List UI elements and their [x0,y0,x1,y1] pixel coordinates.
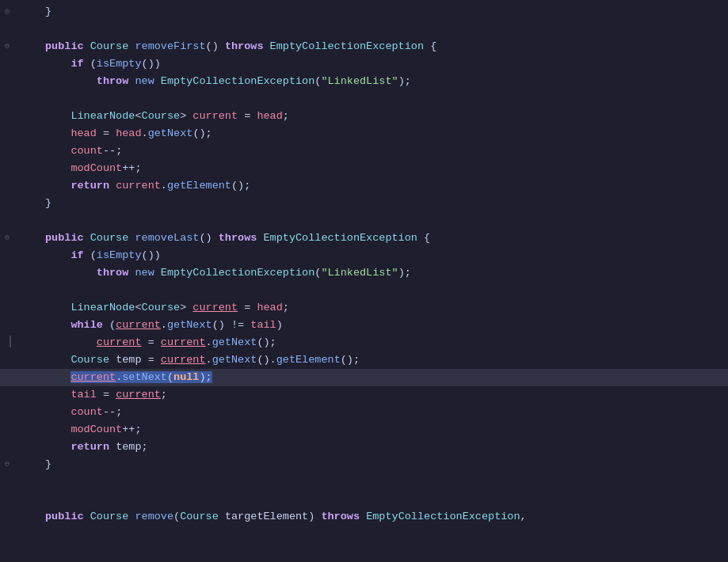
code-line: head = head.getNext(); [0,125,728,142]
code-editor: ◎ } ⊖ public Course removeFirst() throws… [0,0,728,562]
fold-icon[interactable]: | [5,337,16,348]
code-line [0,282,728,299]
fold-icon[interactable]: ⊖ [2,233,13,244]
code-line: LinearNode<Course> current = head; [0,108,728,125]
code-line: return current.getElement(); [0,177,728,195]
code-line: Course temp = current.getNext().getEleme… [0,351,728,369]
code-line: return temp; [0,439,728,456]
line-content: current.setNext(null); [36,369,712,386]
line-content: LinearNode<Course> current = head; [36,299,712,317]
code-line: ◎ } [0,3,728,21]
line-content: head = head.getNext(); [36,125,712,142]
line-content: modCount++; [36,421,712,439]
code-line: ⊖ public Course removeLast() throws Empt… [0,230,728,247]
line-content [36,491,712,508]
code-line: tail = current; [0,386,728,404]
code-line: throw new EmptyCollectionException("Link… [0,264,728,282]
line-content: while (current.getNext() != tail) [36,317,712,334]
code-line: modCount++; [0,160,728,177]
code-line [0,90,728,108]
line-content [36,473,712,491]
code-line: count--; [0,142,728,160]
code-line [0,491,728,508]
code-line: modCount++; [0,421,728,439]
line-content: LinearNode<Course> current = head; [36,108,712,125]
line-content: } [36,456,712,473]
line-content [36,282,712,299]
line-content: throw new EmptyCollectionException("Link… [36,73,712,90]
code-line [0,212,728,230]
code-line: LinearNode<Course> current = head; [0,299,728,317]
code-line-highlighted: current.setNext(null); [0,369,728,386]
line-content: count--; [36,142,712,160]
line-content: throw new EmptyCollectionException("Link… [36,264,712,282]
line-content: modCount++; [36,160,712,177]
code-line [0,473,728,491]
line-content: tail = current; [36,386,712,404]
line-content: return current.getElement(); [36,177,712,195]
line-content [36,212,712,230]
line-content: public Course removeFirst() throws Empty… [36,38,712,55]
line-content: public Course remove(Course targetElemen… [36,508,712,526]
line-content: if (isEmpty()) [36,247,712,264]
code-line: count--; [0,404,728,421]
fold-icon[interactable]: ⊖ [2,459,13,470]
code-line: if (isEmpty()) [0,247,728,264]
line-content: Course temp = current.getNext().getEleme… [36,351,712,369]
line-content: } [36,195,712,212]
line-content: return temp; [36,439,712,456]
code-line: if (isEmpty()) [0,55,728,73]
line-content: public Course removeLast() throws EmptyC… [36,230,712,247]
line-content: count--; [36,404,712,421]
line-content: if (isEmpty()) [36,55,712,73]
code-line [0,21,728,38]
line-content [36,21,712,38]
fold-icon[interactable]: ⊖ [2,41,13,52]
fold-icon[interactable]: ◎ [2,6,13,17]
code-area: ◎ } ⊖ public Course removeFirst() throws… [0,0,728,529]
line-content: } [36,3,712,21]
code-line: | current = current.getNext(); [0,334,728,351]
line-content: current = current.getNext(); [36,334,712,351]
code-line: ⊖ } [0,456,728,473]
line-content [36,90,712,108]
code-line: while (current.getNext() != tail) [0,317,728,334]
code-line: throw new EmptyCollectionException("Link… [0,73,728,90]
code-line: } [0,195,728,212]
code-line: public Course remove(Course targetElemen… [0,508,728,526]
code-line: ⊖ public Course removeFirst() throws Emp… [0,38,728,55]
